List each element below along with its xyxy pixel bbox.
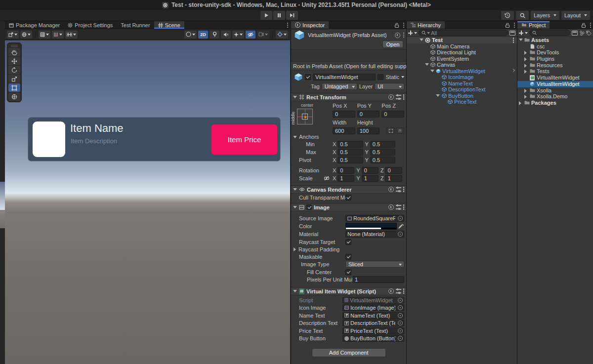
- project-item-packages[interactable]: Packages: [517, 100, 593, 106]
- min-x-field[interactable]: 0.5: [338, 141, 363, 148]
- scene-camera-dropdown[interactable]: [257, 31, 269, 39]
- source-image-field[interactable]: RoundedSquareFull@: [345, 215, 404, 222]
- image-type-dropdown[interactable]: Sliced: [345, 261, 404, 268]
- hierarchy-item[interactable]: PriceText: [407, 99, 517, 105]
- foldout-icon[interactable]: [524, 95, 527, 99]
- tab-test-runner[interactable]: Test Runner: [117, 21, 154, 29]
- foldout-icon[interactable]: [430, 70, 434, 72]
- grid-snap-dropdown[interactable]: [52, 31, 64, 39]
- hierarchy-item[interactable]: Canvas: [407, 62, 517, 68]
- pixels-per-unit-field[interactable]: 1: [352, 276, 404, 283]
- rotation-x-field[interactable]: 0: [338, 167, 354, 174]
- grid-axis-dropdown[interactable]: [39, 31, 50, 39]
- anchors-foldout-icon[interactable]: [293, 136, 297, 138]
- palette-drag-handle[interactable]: [8, 44, 20, 47]
- pane-menu-icon[interactable]: [403, 25, 405, 26]
- foldout-icon[interactable]: [293, 96, 297, 98]
- max-y-field[interactable]: 0.5: [370, 149, 395, 156]
- pane-menu-icon[interactable]: [590, 25, 592, 26]
- hierarchy-item[interactable]: NameText: [407, 81, 517, 87]
- scene-audio-toggle[interactable]: [221, 31, 231, 39]
- foldout-icon[interactable]: [524, 89, 527, 93]
- scene-menu-icon[interactable]: [513, 40, 514, 41]
- component-menu-icon[interactable]: [403, 35, 405, 36]
- canvas-renderer-header[interactable]: Canvas Renderer: [291, 185, 406, 194]
- lock-icon[interactable]: [581, 23, 586, 28]
- create-button[interactable]: [519, 31, 523, 35]
- project-item-script[interactable]: VirtualItemWidget: [517, 75, 593, 81]
- pivot-y-field[interactable]: 0.5: [370, 157, 395, 163]
- buy-button-field[interactable]: BuyButton (Button): [342, 335, 404, 342]
- hierarchy-search-field[interactable]: All: [419, 30, 508, 36]
- hierarchy-item[interactable]: EventSystem: [407, 56, 517, 62]
- object-picker-icon[interactable]: [398, 305, 403, 310]
- foldout-icon[interactable]: [293, 290, 297, 292]
- lock-icon[interactable]: [505, 23, 510, 28]
- scale-x-field[interactable]: 1: [338, 175, 354, 182]
- step-button[interactable]: [286, 11, 298, 20]
- project-item-prefab-selected[interactable]: VirtualItemWidget: [517, 81, 593, 87]
- icon-image-field[interactable]: IconImage (Image): [342, 304, 404, 311]
- object-picker-icon[interactable]: [398, 232, 403, 237]
- material-field[interactable]: None (Material): [345, 231, 404, 238]
- tab-project[interactable]: Project: [517, 21, 550, 29]
- foldout-icon[interactable]: [524, 70, 527, 74]
- blueprint-mode-button[interactable]: [386, 127, 395, 134]
- project-item[interactable]: Plugins: [517, 56, 593, 62]
- image-header[interactable]: Image: [291, 203, 406, 211]
- object-picker-icon[interactable]: [398, 313, 403, 318]
- search-by-type-icon[interactable]: [579, 31, 585, 36]
- object-picker-icon[interactable]: [398, 216, 403, 221]
- undo-history-button[interactable]: [501, 11, 514, 20]
- presets-icon[interactable]: [396, 95, 401, 99]
- project-search-field[interactable]: [529, 30, 570, 36]
- hierarchy-item[interactable]: IconImage: [407, 74, 517, 81]
- image-enabled-checkbox[interactable]: [306, 204, 312, 210]
- presets-icon[interactable]: [396, 205, 401, 209]
- name-text-field[interactable]: NameText (Text): [342, 312, 404, 319]
- tab-inspector[interactable]: Inspector: [291, 21, 329, 29]
- pos-y-field[interactable]: 0: [357, 111, 380, 118]
- scene-viewport[interactable]: Item Name Item Description Item Price: [5, 40, 290, 364]
- move-tool-button[interactable]: [8, 57, 20, 65]
- component-menu-icon[interactable]: [403, 206, 405, 208]
- create-button[interactable]: [408, 31, 413, 35]
- layer-dropdown[interactable]: UI: [375, 83, 404, 90]
- component-menu-icon[interactable]: [403, 189, 405, 190]
- grid-size-dropdown[interactable]: [65, 31, 78, 39]
- cull-transparent-mesh-checkbox[interactable]: [345, 195, 351, 201]
- scale-tool-button[interactable]: [8, 75, 20, 83]
- rotation-z-field[interactable]: 0: [385, 167, 402, 174]
- foldout-icon[interactable]: [519, 39, 523, 41]
- scale-y-field[interactable]: 1: [362, 175, 379, 182]
- raycast-padding-foldout[interactable]: [294, 247, 296, 251]
- object-picker-icon[interactable]: [398, 328, 403, 333]
- scene-visibility-toggle[interactable]: [246, 31, 255, 39]
- lock-icon[interactable]: [394, 23, 399, 28]
- foldout-icon[interactable]: [524, 51, 527, 55]
- hierarchy-item-prefab-root[interactable]: VirtualItemWidget: [407, 68, 517, 75]
- active-checkbox[interactable]: [305, 74, 311, 80]
- maskable-checkbox[interactable]: [345, 254, 351, 260]
- gizmos-dropdown[interactable]: [276, 31, 288, 39]
- gameobject-name-field[interactable]: VirtualItemWidget: [313, 74, 376, 81]
- pause-button[interactable]: [273, 11, 285, 20]
- tab-project-settings[interactable]: Project Settings: [64, 21, 117, 29]
- object-picker-icon[interactable]: [398, 336, 403, 341]
- pos-z-field[interactable]: 0: [381, 111, 404, 118]
- rect-tool-button[interactable]: [8, 83, 20, 92]
- project-item[interactable]: Xsolla.Demo: [517, 93, 593, 100]
- presets-icon[interactable]: [396, 289, 401, 293]
- help-icon[interactable]: [395, 33, 400, 38]
- tab-package-manager[interactable]: Package Manager: [5, 21, 64, 29]
- min-y-field[interactable]: 0.5: [370, 141, 395, 148]
- effects-dropdown[interactable]: [232, 31, 244, 39]
- open-search-window-icon[interactable]: [509, 31, 515, 36]
- component-menu-icon[interactable]: [403, 96, 405, 98]
- hierarchy-item[interactable]: BuyButton: [407, 93, 517, 99]
- eyedropper-icon[interactable]: [398, 223, 404, 229]
- draw-mode-dropdown[interactable]: [184, 31, 197, 39]
- height-field[interactable]: 100: [357, 127, 380, 134]
- foldout-icon[interactable]: [436, 94, 440, 97]
- tool-handle-position-dropdown[interactable]: [7, 31, 19, 39]
